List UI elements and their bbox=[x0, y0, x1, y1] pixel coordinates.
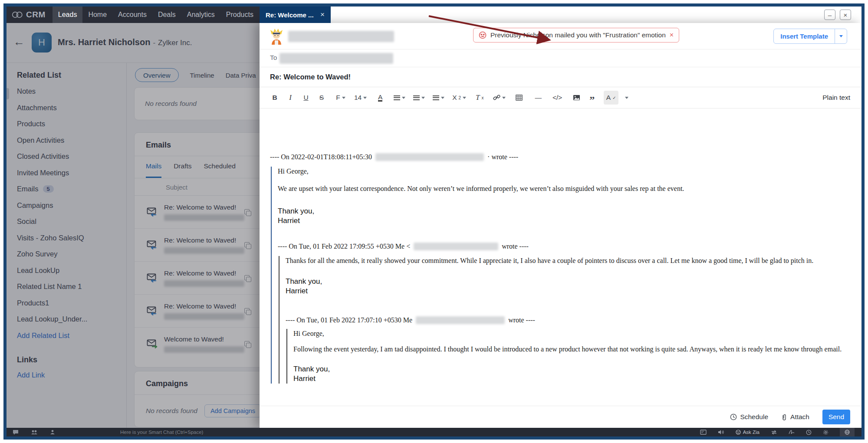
network-tile[interactable] bbox=[840, 428, 855, 436]
nav-item-leads[interactable]: Leads bbox=[53, 7, 83, 23]
add-campaigns-button[interactable]: Add Campaigns bbox=[204, 404, 260, 417]
bold-button[interactable]: B bbox=[267, 91, 282, 105]
sidebar-item-social[interactable]: Social bbox=[17, 213, 126, 230]
font-color-button[interactable]: A bbox=[373, 91, 388, 105]
email-row[interactable]: Re: Welcome to Waved! bbox=[135, 262, 260, 295]
spellcheck-button[interactable]: A✓ bbox=[604, 91, 618, 105]
swap-icon[interactable] bbox=[771, 430, 777, 435]
align-dropdown[interactable] bbox=[392, 91, 407, 105]
nav-item-accounts[interactable]: Accounts bbox=[112, 7, 152, 23]
tab-data-privacy[interactable]: Data Priva bbox=[226, 72, 256, 79]
insert-template-button[interactable]: Insert Template bbox=[774, 29, 835, 43]
copy-icon[interactable] bbox=[244, 242, 247, 248]
chevron-down-icon bbox=[421, 97, 425, 99]
chat-icon[interactable] bbox=[13, 430, 19, 435]
clear-format-button[interactable]: Tx bbox=[472, 91, 487, 105]
italic-button[interactable]: I bbox=[283, 91, 298, 105]
nav-item-analytics[interactable]: Analytics bbox=[181, 7, 220, 23]
sidebar-item-open-activities[interactable]: Open Activities bbox=[17, 132, 126, 149]
sidebar-item-products1[interactable]: Products1 bbox=[17, 295, 126, 312]
sidebar-item-emails[interactable]: Emails5 bbox=[17, 181, 126, 197]
alert-close-icon[interactable]: × bbox=[670, 31, 674, 39]
insert-table-button[interactable] bbox=[512, 91, 526, 105]
minimize-button[interactable]: – bbox=[824, 10, 835, 20]
tab-scheduled[interactable]: Scheduled bbox=[204, 162, 236, 178]
sidebar-item-lead-lookup[interactable]: Lead LookUp bbox=[17, 263, 126, 279]
ask-zia[interactable]: Ask Zia bbox=[736, 430, 760, 435]
indent-list-dropdown[interactable] bbox=[431, 91, 446, 105]
insert-link-dropdown[interactable] bbox=[491, 91, 507, 105]
blockquote-button[interactable]: ” bbox=[585, 89, 599, 107]
code-view-button[interactable]: </> bbox=[550, 91, 565, 105]
sidebar-item-related-list-name-1[interactable]: Related List Name 1 bbox=[17, 279, 126, 295]
zoho-crm-logo[interactable]: CRM bbox=[7, 10, 53, 20]
sidebar-collapse-handle[interactable] bbox=[7, 88, 9, 99]
signature: Harriet bbox=[278, 216, 851, 226]
nav-item-home[interactable]: Home bbox=[82, 7, 112, 23]
sidebar-item-products[interactable]: Products bbox=[17, 116, 126, 132]
back-arrow-icon[interactable]: ← bbox=[13, 35, 25, 49]
sidebar-item-closed-activities[interactable]: Closed Activities bbox=[17, 148, 126, 165]
add-link-link[interactable]: Add Link bbox=[17, 367, 126, 384]
app-window: CRM Leads Home Accounts Deals Analytics … bbox=[0, 0, 868, 443]
superscript-dropdown[interactable]: X2 bbox=[450, 91, 468, 105]
redacted-address bbox=[416, 316, 505, 324]
spellcheck-dropdown[interactable] bbox=[619, 91, 634, 105]
paperclip-icon bbox=[781, 413, 787, 421]
link-icon bbox=[493, 95, 500, 101]
sidebar-item-lead-lookup-under[interactable]: Lead Lookup_Under... bbox=[17, 311, 126, 328]
speaker-icon[interactable] bbox=[718, 430, 724, 435]
console-icon[interactable] bbox=[700, 430, 707, 435]
horizontal-rule-button[interactable]: — bbox=[531, 91, 546, 105]
sidebar-item-visits-zoho-salesiq[interactable]: Visits - Zoho SalesIQ bbox=[17, 230, 126, 246]
email-body-editor[interactable]: ---- On 2022-02-01T18:08:11+05:30 · wrot… bbox=[260, 108, 861, 407]
to-row[interactable]: To bbox=[260, 49, 861, 67]
copy-icon[interactable] bbox=[244, 209, 247, 215]
sidebar-item-campaigns[interactable]: Campaigns bbox=[17, 197, 126, 214]
add-related-list-link[interactable]: Add Related List bbox=[17, 328, 126, 344]
tab-drafts[interactable]: Drafts bbox=[174, 162, 191, 178]
sidebar-item-invited-meetings[interactable]: Invited Meetings bbox=[17, 165, 126, 181]
subject-column-header: Subject bbox=[135, 178, 260, 196]
nav-item-deals[interactable]: Deals bbox=[152, 7, 181, 23]
sidebar-item-attachments[interactable]: Attachments bbox=[17, 100, 126, 116]
subject-field[interactable]: Re: Welcome to Waved! bbox=[260, 67, 861, 87]
send-button[interactable]: Send bbox=[822, 410, 850, 424]
tab-mails[interactable]: Mails bbox=[146, 162, 161, 178]
email-row[interactable]: Re: Welcome to Waved! bbox=[135, 229, 260, 262]
copy-icon[interactable] bbox=[244, 341, 247, 347]
company-name: Zylker Inc. bbox=[158, 39, 192, 47]
insert-image-button[interactable] bbox=[569, 91, 584, 105]
compose-footer: Schedule Attach Send bbox=[260, 406, 861, 428]
copy-icon[interactable] bbox=[244, 308, 247, 314]
email-row[interactable]: Re: Welcome to Waved! bbox=[135, 196, 260, 229]
email-row[interactable]: Re: Welcome to Waved! bbox=[135, 295, 260, 328]
email-row[interactable]: Welcome to Waved! bbox=[135, 328, 260, 360]
strikethrough-button[interactable]: S bbox=[314, 91, 329, 105]
zia-icon bbox=[736, 430, 741, 435]
close-window-button[interactable]: × bbox=[840, 10, 851, 20]
font-family-dropdown[interactable]: F bbox=[333, 91, 348, 105]
attach-button[interactable]: Attach bbox=[781, 413, 809, 421]
plain-text-toggle[interactable]: Plain text bbox=[822, 94, 850, 102]
smart-chat-hint[interactable]: Here is your Smart Chat (Ctrl+Space) bbox=[120, 430, 203, 435]
nav-item-products[interactable]: Products bbox=[220, 7, 259, 23]
font-size-dropdown[interactable]: 14 bbox=[352, 91, 368, 105]
insert-template-dropdown[interactable] bbox=[835, 29, 847, 43]
settings-icon[interactable] bbox=[823, 430, 829, 435]
compose-email-tab[interactable]: Re: Welcome ... × bbox=[260, 7, 331, 23]
underline-button[interactable]: U bbox=[299, 91, 313, 105]
history-icon[interactable] bbox=[806, 430, 812, 435]
ordered-list-dropdown[interactable] bbox=[411, 91, 427, 105]
sidebar-item-zoho-survey[interactable]: Zoho Survey bbox=[17, 246, 126, 263]
contacts-icon[interactable] bbox=[31, 430, 38, 435]
user-icon[interactable] bbox=[50, 430, 55, 435]
sidebar-item-notes[interactable]: Notes bbox=[17, 83, 126, 100]
campaigns-card-title: Campaigns bbox=[135, 371, 260, 395]
tab-overview[interactable]: Overview bbox=[135, 68, 179, 82]
schedule-button[interactable]: Schedule bbox=[730, 413, 768, 421]
compose-tab-close-icon[interactable]: × bbox=[320, 10, 325, 19]
signature-icon[interactable] bbox=[789, 430, 795, 435]
copy-icon[interactable] bbox=[244, 275, 247, 281]
tab-timeline[interactable]: Timeline bbox=[190, 72, 214, 79]
